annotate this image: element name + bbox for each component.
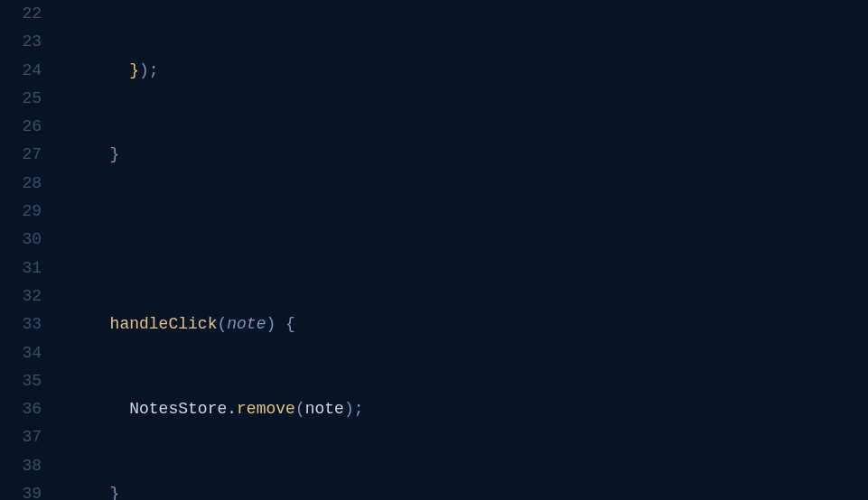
line-number: 33 [0, 310, 42, 338]
line-number: 30 [0, 226, 42, 254]
code-line[interactable]: handleClick(note) { [52, 310, 868, 338]
code-line[interactable]: } [52, 141, 868, 169]
line-number: 38 [0, 452, 42, 480]
line-number: 27 [0, 141, 42, 169]
line-number: 26 [0, 113, 42, 141]
code-line[interactable]: } [52, 480, 868, 500]
code-line[interactable] [52, 226, 868, 254]
line-number: 31 [0, 255, 42, 282]
line-number: 25 [0, 85, 42, 113]
line-number: 23 [0, 28, 42, 56]
line-number: 35 [0, 367, 42, 395]
line-number: 34 [0, 339, 42, 367]
line-number: 37 [0, 423, 42, 451]
code-area[interactable]: }); } handleClick(note) { NotesStore.rem… [52, 0, 868, 500]
code-line[interactable]: }); [52, 57, 868, 85]
line-number: 28 [0, 170, 42, 198]
line-number: 32 [0, 282, 42, 310]
line-number: 24 [0, 57, 42, 85]
line-number: 29 [0, 198, 42, 226]
line-number-gutter: 22 23 24 25 26 27 28 29 30 31 32 33 34 3… [0, 0, 52, 500]
code-line[interactable]: NotesStore.remove(note); [52, 395, 868, 423]
line-number: 39 [0, 480, 42, 500]
line-number: 22 [0, 0, 42, 28]
line-number: 36 [0, 395, 42, 423]
code-editor[interactable]: 22 23 24 25 26 27 28 29 30 31 32 33 34 3… [0, 0, 868, 500]
